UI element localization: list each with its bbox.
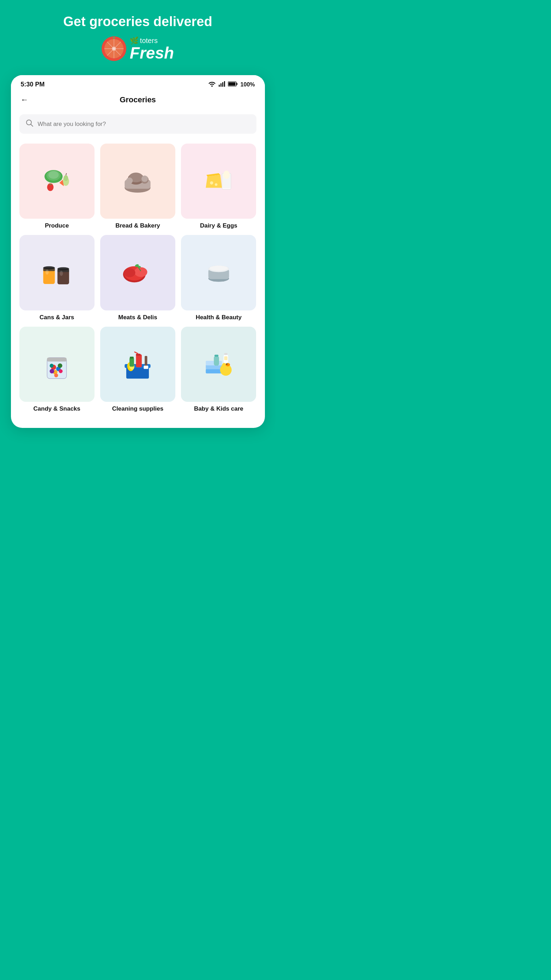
- svg-point-58: [210, 266, 228, 271]
- brand-text: 🌿 toters Fresh: [130, 37, 174, 61]
- status-bar: 5:30 PM 100%: [11, 75, 265, 91]
- category-image-produce: [19, 143, 94, 219]
- svg-rect-91: [215, 355, 218, 357]
- category-image-meats-delis: [100, 235, 175, 310]
- category-label-cleaning-supplies: Cleaning supplies: [112, 405, 163, 412]
- svg-point-41: [43, 266, 55, 269]
- brand-fresh: Fresh: [130, 45, 174, 61]
- svg-marker-34: [205, 175, 222, 188]
- svg-rect-79: [130, 356, 134, 359]
- svg-line-73: [134, 352, 138, 354]
- category-label-bread-bakery: Bread & Bakery: [115, 222, 160, 229]
- status-time: 5:30 PM: [21, 81, 45, 88]
- status-icons: 100%: [208, 81, 255, 88]
- svg-rect-7: [219, 85, 220, 87]
- svg-point-49: [134, 267, 147, 277]
- svg-point-50: [124, 268, 135, 277]
- svg-rect-9: [222, 82, 223, 87]
- svg-point-45: [46, 269, 49, 275]
- category-label-cans-jars: Cans & Jars: [40, 314, 74, 321]
- category-item-cans-jars[interactable]: Cans & Jars: [19, 235, 94, 321]
- svg-rect-60: [47, 358, 67, 361]
- svg-point-37: [215, 183, 217, 186]
- svg-point-68: [50, 364, 54, 368]
- category-image-dairy-eggs: [181, 143, 256, 219]
- search-icon: [26, 119, 33, 129]
- logo-area: 🌿 toters Fresh: [102, 37, 174, 61]
- svg-point-46: [60, 270, 63, 276]
- svg-point-44: [57, 267, 69, 270]
- category-label-meats-delis: Meats & Delis: [118, 314, 157, 321]
- svg-rect-8: [220, 83, 221, 87]
- svg-point-31: [126, 177, 133, 184]
- svg-point-64: [58, 363, 62, 368]
- category-item-cleaning-supplies[interactable]: Cleaning supplies: [100, 327, 175, 412]
- phone-frame: 5:30 PM 100% ← Groceries: [11, 75, 265, 428]
- svg-rect-81: [205, 365, 222, 369]
- category-image-candy-snacks: [19, 327, 94, 402]
- category-item-meats-delis[interactable]: Meats & Delis: [100, 235, 175, 321]
- svg-point-66: [59, 369, 63, 373]
- battery-icon: [228, 81, 238, 88]
- category-image-health-beauty: [181, 235, 256, 310]
- svg-point-6: [112, 46, 116, 51]
- svg-point-18: [48, 171, 59, 178]
- category-label-candy-snacks: Candy & Snacks: [33, 405, 80, 412]
- category-item-dairy-eggs[interactable]: Dairy & Eggs: [181, 143, 256, 229]
- category-item-candy-snacks[interactable]: Candy & Snacks: [19, 327, 94, 412]
- svg-point-86: [226, 363, 228, 365]
- nav-bar: ← Groceries: [11, 91, 265, 110]
- svg-rect-89: [224, 356, 227, 360]
- svg-rect-76: [145, 356, 147, 367]
- category-item-baby-kids[interactable]: Baby & Kids care: [181, 327, 256, 412]
- category-image-cans-jars: [19, 235, 94, 310]
- category-label-produce: Produce: [45, 222, 69, 229]
- categories-grid: Produce Bread & Bakery Dairy & Eggs Can: [11, 141, 265, 415]
- category-label-health-beauty: Health & Beauty: [196, 314, 242, 321]
- svg-point-67: [54, 374, 58, 377]
- svg-rect-80: [205, 369, 222, 374]
- svg-rect-71: [136, 355, 142, 368]
- svg-point-30: [142, 175, 148, 182]
- brand-icon: [102, 37, 126, 61]
- back-button[interactable]: ←: [21, 95, 29, 104]
- svg-point-85: [225, 363, 230, 366]
- svg-rect-78: [130, 358, 134, 367]
- svg-point-36: [210, 181, 213, 185]
- category-item-health-beauty[interactable]: Health & Beauty: [181, 235, 256, 321]
- svg-rect-10: [224, 81, 225, 87]
- svg-line-15: [31, 124, 33, 127]
- category-label-baby-kids: Baby & Kids care: [194, 405, 244, 412]
- category-label-dairy-eggs: Dairy & Eggs: [200, 222, 237, 229]
- svg-point-38: [223, 170, 229, 179]
- battery-percent: 100%: [240, 81, 255, 88]
- category-item-produce[interactable]: Produce: [19, 143, 94, 229]
- hero-headline: Get groceries delivered: [63, 14, 212, 29]
- nav-title: Groceries: [119, 95, 156, 104]
- search-bar[interactable]: [19, 114, 256, 134]
- signal-icon: [219, 81, 225, 88]
- wifi-icon: [208, 81, 216, 88]
- svg-rect-88: [224, 353, 227, 355]
- category-image-baby-kids: [181, 327, 256, 402]
- svg-rect-12: [236, 83, 237, 85]
- search-input[interactable]: [38, 121, 250, 128]
- svg-point-20: [64, 175, 68, 181]
- svg-point-65: [50, 369, 54, 374]
- svg-line-21: [66, 173, 67, 175]
- svg-rect-13: [228, 82, 235, 85]
- category-item-bread-bakery[interactable]: Bread & Bakery: [100, 143, 175, 229]
- category-image-cleaning-supplies: [100, 327, 175, 402]
- svg-rect-77: [144, 366, 148, 369]
- svg-rect-90: [214, 356, 219, 366]
- svg-rect-72: [136, 354, 141, 356]
- category-image-bread-bakery: [100, 143, 175, 219]
